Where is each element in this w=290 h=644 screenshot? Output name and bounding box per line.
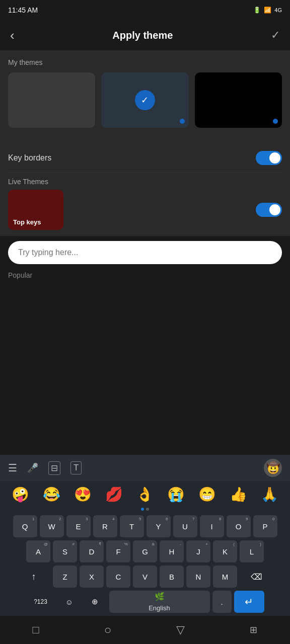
emoji-5[interactable]: 👌 [136, 486, 154, 503]
key-y[interactable]: 6Y [147, 515, 171, 537]
live-themes-section: Live Themes [0, 173, 290, 190]
battery-icon: 🔋 [253, 7, 261, 14]
key-m[interactable]: M [213, 566, 237, 588]
toolbar-left: ☰ 🎤 ⊟ T [8, 461, 82, 475]
my-themes-section: My themes ✓ [0, 50, 290, 144]
theme-thumb-3[interactable] [195, 72, 282, 128]
key-u[interactable]: 7U [173, 515, 197, 537]
text-input-container [0, 236, 290, 269]
status-time: 11:45 AM [8, 6, 38, 14]
key-t[interactable]: 5T [120, 515, 144, 537]
text-input[interactable] [8, 241, 282, 264]
status-bar: 11:45 AM 🔋 📶 4G [0, 0, 290, 20]
text-format-icon[interactable]: T [70, 461, 82, 474]
header: ‹ Apply theme ✓ [0, 20, 290, 50]
live-theme-label: Top keys [13, 218, 41, 226]
popular-label: Popular [0, 269, 290, 282]
key-w[interactable]: 2W [40, 515, 64, 537]
emoji-dot-1 [141, 508, 144, 511]
emoji-2[interactable]: 😂 [43, 486, 60, 503]
key-h[interactable]: -H [160, 540, 184, 562]
emoji-6[interactable]: 😭 [167, 486, 185, 503]
key-q[interactable]: 1Q [13, 515, 37, 537]
key-b[interactable]: B [160, 566, 184, 588]
nav-grid-icon[interactable]: ⊞ [250, 624, 257, 635]
space-key[interactable]: 🌿 English [109, 591, 210, 613]
key-n[interactable]: N [186, 566, 210, 588]
period-key[interactable]: . [212, 591, 232, 613]
key-z[interactable]: Z [53, 566, 77, 588]
top-keys-row: Top keys [0, 190, 290, 236]
live-theme-card[interactable]: Top keys [8, 190, 63, 230]
key-i[interactable]: 8I [200, 515, 224, 537]
key-r[interactable]: 4R [93, 515, 117, 537]
emoji-9[interactable]: 🙏 [261, 486, 278, 503]
back-button[interactable]: ‹ [10, 28, 15, 43]
confirm-button[interactable]: ✓ [271, 29, 280, 42]
clipboard-icon[interactable]: ⊟ [48, 461, 60, 475]
signal-icon: 4G [274, 7, 282, 13]
keyboard-row-1: 1Q 2W 3E 4R 5T 6Y 7U 8I 9O 0P [0, 514, 290, 539]
status-icons: 🔋 📶 4G [253, 7, 282, 14]
keyboard-toolbar: ☰ 🎤 ⊟ T 🤠 [0, 455, 290, 481]
shift-key[interactable]: ↑ [17, 566, 50, 588]
key-d[interactable]: ₹D [80, 540, 104, 562]
key-p[interactable]: 0P [253, 515, 277, 537]
key-g[interactable]: &G [133, 540, 157, 562]
emoji-7[interactable]: 😁 [198, 486, 216, 503]
key-e[interactable]: 3E [66, 515, 91, 537]
key-k[interactable]: (K [213, 540, 237, 562]
key-v[interactable]: V [133, 566, 157, 588]
emoji-1[interactable]: 🤪 [12, 486, 29, 503]
key-borders-section: Key borders [0, 144, 290, 173]
key-borders-row: Key borders [8, 144, 282, 173]
theme-check-icon: ✓ [135, 90, 155, 110]
emoji-key[interactable]: ☺ [58, 591, 81, 613]
key-s[interactable]: #S [53, 540, 77, 562]
theme-thumb-2[interactable]: ✓ [101, 72, 188, 128]
key-x[interactable]: X [80, 566, 104, 588]
keyboard-row-3: ↑ Z X C V B N M ⌫ [0, 564, 290, 589]
emoji-3[interactable]: 😍 [74, 486, 92, 503]
theme-dot-3 [273, 119, 278, 124]
nav-triangle-icon[interactable]: ▽ [176, 623, 185, 636]
theme-dot-2 [180, 119, 185, 124]
emoji-row: 🤪 😂 😍 💋 👌 😭 😁 👍 🙏 [0, 481, 290, 506]
theme-thumbnail-row: ✓ [8, 72, 282, 128]
emoji-8[interactable]: 👍 [230, 486, 247, 503]
top-keys-toggle[interactable] [256, 203, 282, 217]
emoji-4[interactable]: 💋 [105, 486, 123, 503]
key-j[interactable]: +J [186, 540, 210, 562]
globe-key[interactable]: ⊕ [84, 591, 107, 613]
my-themes-label: My themes [8, 58, 282, 66]
nav-circle-icon[interactable]: ○ [104, 623, 112, 637]
key-c[interactable]: C [106, 566, 130, 588]
live-themes-label: Live Themes [8, 173, 282, 190]
keyboard: ☰ 🎤 ⊟ T 🤠 🤪 😂 😍 💋 👌 😭 😁 👍 🙏 1Q 2W 3E 4R … [0, 455, 290, 616]
key-o[interactable]: 9O [227, 515, 251, 537]
key-l[interactable]: )L [240, 540, 264, 562]
key-a[interactable]: @A [26, 540, 50, 562]
backspace-key[interactable]: ⌫ [240, 566, 273, 588]
key-borders-label: Key borders [8, 153, 51, 163]
mic-icon[interactable]: 🎤 [27, 462, 38, 473]
keyboard-row-4: ?123 ☺ ⊕ 🌿 English . ↵ [0, 589, 290, 616]
emoji-dot-2 [146, 508, 149, 511]
nav-square-icon[interactable]: □ [33, 623, 39, 636]
return-key[interactable]: ↵ [234, 591, 264, 613]
key-f[interactable]: %F [106, 540, 130, 562]
nav-bar: □ ○ ▽ ⊞ [0, 616, 290, 644]
wifi-icon: 📶 [264, 7, 271, 14]
sticker-avatar[interactable]: 🤠 [264, 459, 282, 477]
key-borders-toggle[interactable] [256, 151, 282, 165]
num-key[interactable]: ?123 [26, 591, 55, 613]
page-title: Apply theme [112, 30, 173, 41]
theme-thumb-1[interactable] [8, 72, 95, 128]
menu-icon[interactable]: ☰ [8, 462, 17, 474]
keyboard-row-2: @A #S ₹D %F &G -H +J (K )L [0, 539, 290, 564]
emoji-page-dots [0, 506, 290, 514]
